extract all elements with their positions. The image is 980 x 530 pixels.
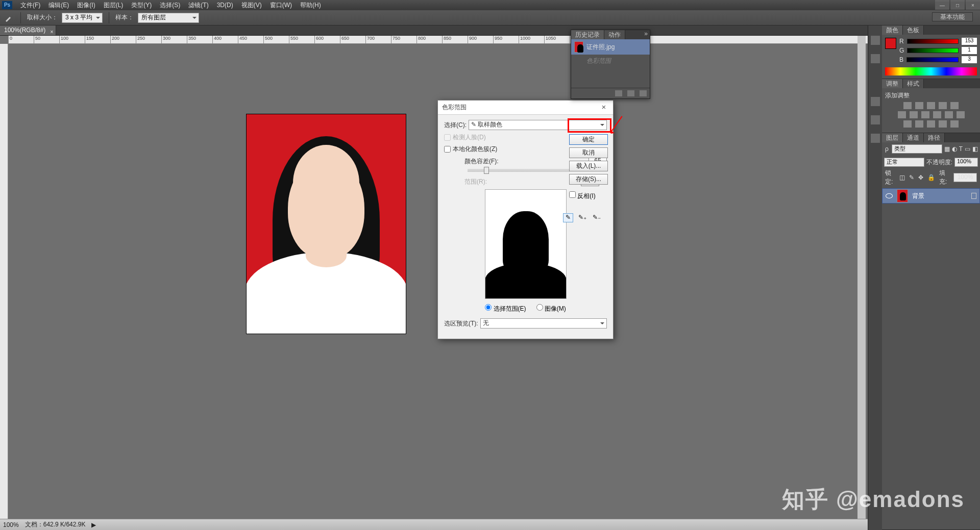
dialog-close-icon[interactable]: × [599,103,609,113]
history-step[interactable]: 色彩范围 [571,55,650,67]
camera-icon[interactable] [615,90,622,96]
lock-pixel-icon[interactable]: ✎ [909,174,914,181]
color-range-dialog: 色彩范围 × 选择(C): ✎ 取样颜色 检测人脸(D) 本地化颜色簇(Z) 颜… [437,100,614,339]
tab-paths[interactable]: 路径 [924,133,945,142]
menu-item[interactable]: 窗口(W) [266,0,296,10]
history-snapshot[interactable]: 证件照.jpg [571,39,650,55]
ok-button[interactable]: 确定 [569,134,608,145]
r-value[interactable]: 153 [962,38,977,45]
menu-item[interactable]: 图层(L) [100,0,128,10]
close-button[interactable]: × [966,1,980,10]
tab-layers[interactable]: 图层 [882,133,903,142]
tab-adjustments[interactable]: 调整 [882,79,903,88]
adj-photo-icon[interactable] [933,111,941,118]
menu-item[interactable]: 帮助(H) [296,0,325,10]
trash-icon[interactable] [640,90,647,96]
dock-icon[interactable] [871,97,880,106]
dialog-title: 色彩范围 [442,103,467,112]
adj-exposure-icon[interactable] [939,102,947,109]
filter-type-icon[interactable]: T [959,145,963,153]
menu-item[interactable]: 类型(Y) [127,0,156,10]
filter-smart-icon[interactable]: ◧ [972,145,978,153]
maximize-button[interactable]: □ [950,1,965,10]
eyedropper-add-icon[interactable]: ✎₊ [577,213,587,222]
radio-selection[interactable]: 选择范围(E) [485,304,526,313]
opacity-input[interactable]: 100% [954,158,978,167]
dock-icon[interactable] [871,54,880,63]
fuzziness-slider[interactable] [468,169,570,172]
tab-history[interactable]: 历史记录 [571,30,604,39]
foreground-chip[interactable] [885,38,896,49]
menu-item[interactable]: 视图(V) [237,0,266,10]
adj-balance-icon[interactable] [910,111,918,118]
sample-source-select[interactable]: 所有图层 [138,13,199,23]
adj-poster-icon[interactable] [915,120,923,128]
menu-item[interactable]: 3D(D) [213,0,237,10]
color-panel: 颜色 色板 R153 G1 B3 [882,26,980,79]
dock-icon[interactable] [871,36,880,45]
menu-item[interactable]: 滤镜(T) [184,0,212,10]
load-button[interactable]: 载入(L)... [569,161,608,171]
adj-hue-icon[interactable] [898,111,906,118]
adj-gradmap-icon[interactable] [939,120,947,128]
lock-all-icon[interactable]: 🔒 [927,174,935,181]
r-slider[interactable] [907,39,959,44]
menu-item[interactable]: 选择(S) [156,0,184,10]
localized-checkbox[interactable] [444,146,451,153]
app-logo: Ps [2,1,12,9]
layer-item[interactable]: 背景 [882,188,980,204]
adj-vibrance-icon[interactable] [950,102,959,109]
menu-item[interactable]: 图像(I) [73,0,99,10]
filter-shape-icon[interactable]: ▭ [965,145,970,153]
eyedropper-sub-icon[interactable]: ✎₋ [592,213,602,222]
adj-thresh-icon[interactable] [927,120,935,128]
g-value[interactable]: 1 [962,47,977,54]
adj-curves-icon[interactable] [927,102,935,109]
spectrum-bar[interactable] [885,67,977,75]
filter-pixel-icon[interactable]: ▦ [944,145,950,153]
invert-checkbox[interactable]: 反相(I) [569,191,608,200]
radio-image[interactable]: 图像(M) [536,304,566,313]
b-value[interactable]: 3 [962,56,977,63]
lock-pos-icon[interactable]: ✥ [918,174,923,181]
document-tab[interactable]: 100%(RGB/8#) × [0,26,56,35]
b-slider[interactable] [906,57,959,62]
dock-icon[interactable] [871,115,880,124]
tab-styles[interactable]: 样式 [903,79,924,88]
dock-icon[interactable] [871,134,880,143]
layer-filter-select[interactable]: 类型 [892,144,942,154]
tab-color[interactable]: 颜色 [882,26,903,35]
visibility-icon[interactable] [886,193,893,198]
lock-trans-icon[interactable]: ◫ [899,174,905,181]
select-dropdown[interactable]: ✎ 取样颜色 [469,120,607,130]
adj-mixer-icon[interactable] [945,111,953,118]
canvas-area: 0501001502002503003504004505005506006507… [0,36,868,519]
workspace-select[interactable]: 基本功能 [932,12,973,21]
fill-input[interactable]: 100% [953,173,977,182]
adj-selcolor-icon[interactable] [950,120,959,128]
filter-adj-icon[interactable]: ◐ [952,145,957,153]
right-dock: 颜色 色板 R153 G1 B3 调整 样式 [868,26,980,530]
tab-actions[interactable]: 动作 [604,30,625,39]
canvas-image[interactable] [247,114,406,334]
adj-lookup-icon[interactable] [957,111,965,118]
g-slider[interactable] [907,48,959,53]
vertical-scrollbar[interactable] [857,36,866,519]
adj-brightness-icon[interactable] [903,102,912,109]
sample-size-select[interactable]: 3 x 3 平均 [62,13,103,23]
menu-item[interactable]: 编辑(E) [44,0,73,10]
save-button[interactable]: 存储(S)... [569,174,608,185]
tab-channels[interactable]: 通道 [903,133,924,142]
zoom-level[interactable]: 100% [3,521,19,528]
minimize-button[interactable]: — [935,1,949,10]
eyedropper-sample-icon[interactable]: ✎ [563,213,573,222]
cancel-button[interactable]: 取消 [569,147,608,158]
adj-invert-icon[interactable] [903,120,912,128]
selection-preview-select[interactable]: 无 [480,318,607,329]
adj-levels-icon[interactable] [915,102,923,109]
blend-mode-select[interactable]: 正常 [884,158,924,167]
adj-bw-icon[interactable] [921,111,929,118]
menu-item[interactable]: 文件(F) [16,0,44,10]
tab-swatches[interactable]: 色板 [903,26,924,35]
new-snapshot-icon[interactable] [627,90,634,96]
